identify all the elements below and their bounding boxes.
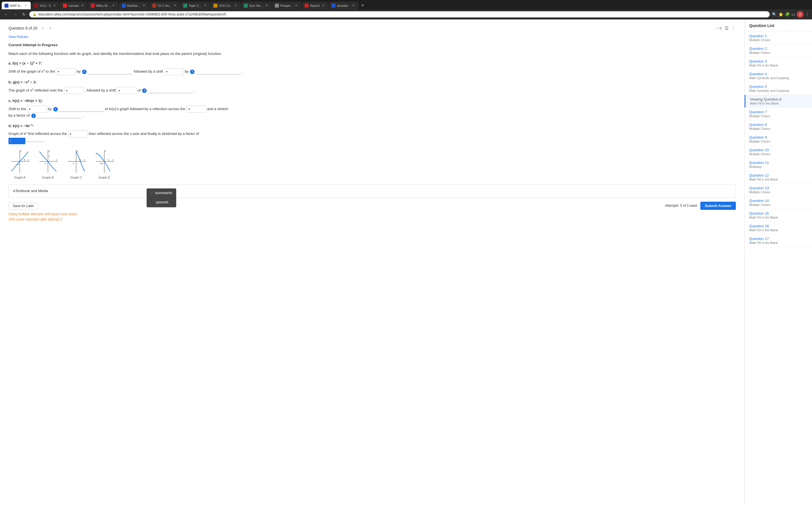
sidebar-item-q7[interactable]: Question 7 Multiple Choice [745,108,812,120]
info-btn-c2[interactable]: i [31,114,36,118]
filled-input-d1[interactable]: i [8,138,26,144]
search-icon[interactable]: 🔍 [772,12,777,17]
text-a1: Shift of the graph of x3 to the [8,69,56,73]
tab-nwp[interactable]: NWP A... ✕ [2,2,31,9]
tab-label-gun: Gun Vie... [249,4,263,7]
question-instruction: Match each of the following functions wi… [8,51,736,57]
q7-title: Question 7 [749,110,808,114]
question-header: Question 6 of 20 ‹ › - / 5 ☰ ⋮ [8,25,736,31]
tab-canvas[interactable]: Canvas ✕ [60,2,87,9]
text-b3: of [138,88,142,93]
tab-close-topic[interactable]: ✕ [203,3,207,8]
back-button[interactable]: ← [3,11,10,17]
dropdown-b1[interactable] [64,87,84,94]
tab-close-vculit[interactable]: ✕ [234,3,238,8]
input-d1[interactable] [27,140,43,142]
save-later-button[interactable]: Save for Later [8,202,38,210]
new-tab-button[interactable]: + [359,3,366,8]
dropdown-item-downwards[interactable]: ✓ downwards [147,188,176,198]
info-btn-a1[interactable]: i [82,69,87,74]
graph-svg-c: x y 5 -2 [65,149,87,174]
sidebar-item-q8[interactable]: Question 8 Multiple Choice [745,120,812,133]
sidebar-item-q15[interactable]: Question 15 Math Fill in the Blank Quest… [745,209,812,222]
tab-annot[interactable]: annotat... ✕ [329,2,358,9]
svg-text:y: y [20,150,21,152]
sub-question-b: b. g(x) = −x3 − 2: The graph of x3 refle… [8,79,736,94]
tab-dashb[interactable]: Dashbo... ✕ [119,2,149,9]
sidebar-item-q4[interactable]: Question 4 Math Symbolic and Graphing [745,69,812,82]
sidebar-item-q17[interactable]: Question 17 Math Fill in the Blank [745,234,812,247]
more-options-icon[interactable]: ⋮ [731,25,736,31]
dropdown-d1[interactable] [68,130,88,137]
info-btn-a2[interactable]: i [190,69,195,74]
sidebar-item-q10[interactable]: Question 10 Multiple Choice [745,146,812,158]
sidebar-item-q16[interactable]: Question 16 Math Fill in the Blank [745,222,812,234]
sidebar-item-q11[interactable]: Question 11 Multistep [745,158,812,171]
tab-close-vcu[interactable]: ✕ [52,3,57,8]
sub-question-c: c. h(x) = −4ln(x + 1): Shift to the by i… [8,98,736,119]
tab-ch1[interactable]: Ch 1 Ho... ✕ [149,2,180,9]
sidebar-item-q6[interactable]: Viewing Question 6 Math Fill in the Blan… [745,95,812,108]
q11-sub: Multistep [749,165,808,168]
input-c1[interactable] [59,107,104,112]
tab-topic[interactable]: Topic C... ✕ [181,2,210,9]
bookmark-icon[interactable]: ⭐ [778,12,783,17]
tab-paraph[interactable]: Paraph... ✕ [272,2,301,9]
next-question-button[interactable]: › [48,25,53,31]
forward-button[interactable]: → [12,11,18,17]
dropdown-b2[interactable] [117,87,137,94]
dropdown-popup: ✓ downwards upwards [147,188,176,207]
info-btn-c1[interactable]: i [53,107,58,112]
dropdown-item-label-upwards: upwards [156,200,168,205]
sidebar-item-q2[interactable]: Question 2 Multiple Choice [745,44,812,57]
sidebar-item-q1[interactable]: Question 1 Multiple Choice [745,32,812,44]
tab-close-nwp[interactable]: ✕ [24,3,28,8]
tab-vculit[interactable]: VCU Lit... ✕ [211,2,241,9]
tab-close-wiley[interactable]: ✕ [111,3,116,8]
tab-close-paraph[interactable]: ✕ [294,3,298,8]
sidebar-item-q13[interactable]: Question 13 Multiple Choice [745,184,812,196]
info-btn-b1[interactable]: i [142,89,147,93]
sidebar-toggle-icon[interactable]: ▭ [792,12,795,17]
list-icon[interactable]: ☰ [725,25,728,31]
tab-gun[interactable]: Gun Vie... ✕ [241,2,271,9]
dropdown-c1[interactable] [27,106,47,113]
sidebar-item-q14[interactable]: Question 14 Multiple Choice [745,196,812,209]
main-layout: Question 6 of 20 ‹ › - / 5 ☰ ⋮ View Poli… [0,19,812,506]
sidebar-item-q9[interactable]: Question 9 Multiple Choice [745,133,812,146]
tab-close-gun[interactable]: ✕ [264,3,269,8]
tab-label-canvas: Canvas [68,4,79,7]
tab-close-annot[interactable]: ✕ [351,3,356,8]
dropdown-a1[interactable] [56,68,75,75]
tab-close-canvas[interactable]: ✕ [80,3,85,8]
input-a1[interactable] [88,69,133,74]
input-a2[interactable] [196,69,241,74]
tab-label-vcu: VCU - C [40,4,51,7]
submit-answer-button[interactable]: Submit Answer [700,202,736,210]
prev-question-button[interactable]: ‹ [40,25,45,31]
svg-text:1: 1 [45,162,46,165]
input-c2[interactable] [37,113,82,118]
q16-sub: Math Fill in the Blank [749,228,808,232]
tab-vcu[interactable]: VCU - C ✕ [31,2,59,9]
view-policies-link[interactable]: View Policies [8,35,28,39]
url-box[interactable]: 🔒 education.wiley.com/was/ui/v2/assessme… [29,11,770,17]
menu-icon[interactable]: ⋮ [805,12,809,17]
dropdown-c2[interactable] [186,106,206,113]
tab-search[interactable]: Search ✕ [302,2,328,9]
sidebar-item-q5[interactable]: Question 5 Math Symbolic and Graphing [745,82,812,95]
sidebar-item-q12[interactable]: Question 12 Math Fill in the Blank [745,171,812,184]
tab-close-dashb[interactable]: ✕ [142,3,146,8]
profile-avatar[interactable]: A [797,11,804,18]
q1-title: Question 1 [749,34,808,38]
text-c2: by [48,107,52,111]
sidebar-item-q3[interactable]: Question 3 Math Fill in the Blank [745,57,812,69]
tab-close-ch1[interactable]: ✕ [173,3,177,8]
dropdown-a2[interactable] [164,68,184,75]
reload-button[interactable]: ↻ [21,11,27,17]
tab-wiley[interactable]: Wiley W... ✕ [88,2,118,9]
extensions-icon[interactable]: 🧩 [785,12,790,17]
dropdown-item-upwards[interactable]: upwards [147,198,176,207]
input-b1[interactable] [148,88,193,93]
tab-close-search[interactable]: ✕ [321,3,325,8]
